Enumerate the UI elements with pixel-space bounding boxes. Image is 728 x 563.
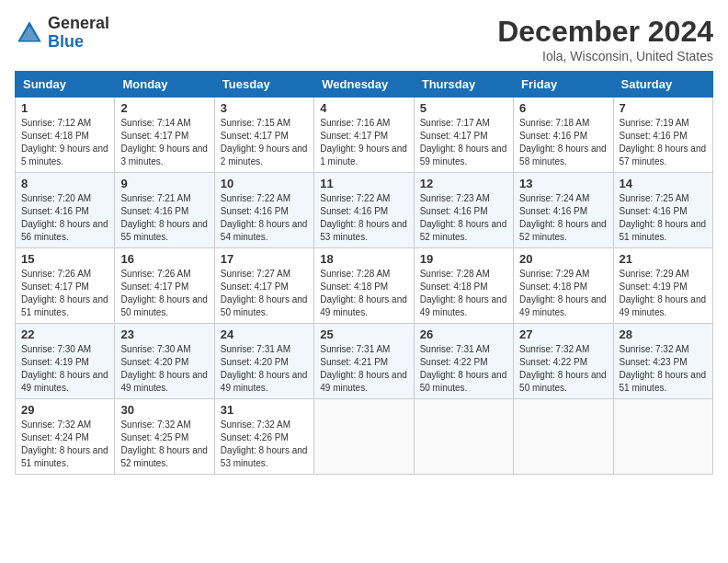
day-info: Sunrise: 7:16 AMSunset: 4:17 PMDaylight:… [320,117,407,168]
day-number: 10 [221,177,308,190]
calendar-cell: 2Sunrise: 7:14 AMSunset: 4:17 PMDaylight… [115,98,214,173]
day-number: 29 [21,403,108,417]
calendar-cell: 5Sunrise: 7:17 AMSunset: 4:17 PMDaylight… [414,98,513,173]
day-info: Sunrise: 7:29 AMSunset: 4:19 PMDaylight:… [620,268,707,319]
day-number: 8 [21,177,108,190]
day-info: Sunrise: 7:21 AMSunset: 4:16 PMDaylight:… [120,192,208,244]
calendar-cell: 18Sunrise: 7:28 AMSunset: 4:18 PMDayligh… [314,248,414,324]
day-number: 31 [221,403,308,417]
day-number: 11 [320,177,407,190]
day-number: 20 [519,252,607,266]
calendar-cell: 15Sunrise: 7:26 AMSunset: 4:17 PMDayligh… [16,248,115,324]
location-title: Iola, Wisconsin, United States [497,49,713,63]
logo-icon [15,18,44,48]
day-number: 14 [620,177,707,190]
calendar-cell: 9Sunrise: 7:21 AMSunset: 4:16 PMDaylight… [115,173,214,248]
day-number: 28 [620,327,707,341]
day-info: Sunrise: 7:20 AMSunset: 4:16 PMDaylight:… [21,192,108,244]
day-number: 27 [519,327,607,341]
day-info: Sunrise: 7:22 AMSunset: 4:16 PMDaylight:… [221,192,308,244]
day-info: Sunrise: 7:14 AMSunset: 4:17 PMDaylight:… [120,117,208,168]
day-number: 30 [120,403,208,417]
day-info: Sunrise: 7:29 AMSunset: 4:18 PMDaylight:… [519,268,607,319]
day-number: 6 [519,101,607,115]
day-number: 25 [320,327,407,341]
day-info: Sunrise: 7:26 AMSunset: 4:17 PMDaylight:… [21,268,108,319]
calendar-week-row: 22Sunrise: 7:30 AMSunset: 4:19 PMDayligh… [16,324,713,399]
day-number: 24 [221,327,308,341]
calendar-cell: 19Sunrise: 7:28 AMSunset: 4:18 PMDayligh… [414,248,513,324]
calendar-cell: 20Sunrise: 7:29 AMSunset: 4:18 PMDayligh… [514,248,613,324]
calendar-cell: 30Sunrise: 7:32 AMSunset: 4:25 PMDayligh… [115,399,214,475]
calendar-cell: 1Sunrise: 7:12 AMSunset: 4:18 PMDaylight… [16,98,115,173]
day-info: Sunrise: 7:24 AMSunset: 4:16 PMDaylight:… [519,192,607,244]
calendar-cell [613,399,712,475]
day-number: 18 [320,252,407,266]
day-info: Sunrise: 7:27 AMSunset: 4:17 PMDaylight:… [221,268,308,319]
logo: General Blue [15,15,109,52]
weekday-header-thursday: Thursday [414,72,513,98]
calendar-body: 1Sunrise: 7:12 AMSunset: 4:18 PMDaylight… [16,98,713,475]
calendar-cell: 11Sunrise: 7:22 AMSunset: 4:16 PMDayligh… [314,173,414,248]
calendar-cell: 14Sunrise: 7:25 AMSunset: 4:16 PMDayligh… [613,173,712,248]
weekday-header-saturday: Saturday [613,72,712,98]
calendar-cell: 23Sunrise: 7:30 AMSunset: 4:20 PMDayligh… [115,324,214,399]
calendar-cell: 29Sunrise: 7:32 AMSunset: 4:24 PMDayligh… [16,399,115,475]
day-number: 7 [620,101,707,115]
calendar-cell: 25Sunrise: 7:31 AMSunset: 4:21 PMDayligh… [314,324,414,399]
calendar-table: SundayMondayTuesdayWednesdayThursdayFrid… [15,71,713,475]
day-info: Sunrise: 7:12 AMSunset: 4:18 PMDaylight:… [21,117,108,168]
weekday-header-sunday: Sunday [16,72,115,98]
day-number: 16 [120,252,208,266]
day-number: 19 [420,252,507,266]
calendar-cell: 28Sunrise: 7:32 AMSunset: 4:23 PMDayligh… [613,324,712,399]
day-info: Sunrise: 7:19 AMSunset: 4:16 PMDaylight:… [620,117,707,168]
calendar-cell: 4Sunrise: 7:16 AMSunset: 4:17 PMDaylight… [314,98,414,173]
weekday-header-tuesday: Tuesday [214,72,313,98]
day-info: Sunrise: 7:18 AMSunset: 4:16 PMDaylight:… [519,117,607,168]
calendar-cell [314,399,414,475]
weekday-header-wednesday: Wednesday [314,72,414,98]
calendar-cell: 7Sunrise: 7:19 AMSunset: 4:16 PMDaylight… [613,98,712,173]
month-title: December 2024 [497,15,713,49]
day-info: Sunrise: 7:22 AMSunset: 4:16 PMDaylight:… [320,192,407,244]
logo-text: General Blue [48,15,109,52]
day-info: Sunrise: 7:31 AMSunset: 4:21 PMDaylight:… [320,343,407,395]
calendar-cell: 8Sunrise: 7:20 AMSunset: 4:16 PMDaylight… [16,173,115,248]
day-info: Sunrise: 7:26 AMSunset: 4:17 PMDaylight:… [120,268,208,319]
day-info: Sunrise: 7:32 AMSunset: 4:24 PMDaylight:… [21,419,108,470]
calendar-cell [514,399,613,475]
day-number: 21 [620,252,707,266]
day-info: Sunrise: 7:32 AMSunset: 4:22 PMDaylight:… [519,343,607,395]
day-info: Sunrise: 7:32 AMSunset: 4:23 PMDaylight:… [620,343,707,395]
header: General Blue December 2024 Iola, Wiscons… [15,15,713,63]
calendar-week-row: 15Sunrise: 7:26 AMSunset: 4:17 PMDayligh… [16,248,713,324]
weekday-header-friday: Friday [514,72,613,98]
calendar-cell: 3Sunrise: 7:15 AMSunset: 4:17 PMDaylight… [214,98,313,173]
title-area: December 2024 Iola, Wisconsin, United St… [497,15,713,63]
day-number: 22 [21,327,108,341]
calendar-cell: 24Sunrise: 7:31 AMSunset: 4:20 PMDayligh… [214,324,313,399]
day-number: 17 [221,252,308,266]
day-info: Sunrise: 7:17 AMSunset: 4:17 PMDaylight:… [420,117,507,168]
day-number: 9 [120,177,208,190]
day-info: Sunrise: 7:28 AMSunset: 4:18 PMDaylight:… [320,268,407,319]
day-info: Sunrise: 7:32 AMSunset: 4:25 PMDaylight:… [120,419,208,470]
day-info: Sunrise: 7:31 AMSunset: 4:22 PMDaylight:… [420,343,507,395]
calendar-cell: 21Sunrise: 7:29 AMSunset: 4:19 PMDayligh… [613,248,712,324]
day-number: 3 [221,101,308,115]
day-number: 4 [320,101,407,115]
day-number: 15 [21,252,108,266]
day-info: Sunrise: 7:32 AMSunset: 4:26 PMDaylight:… [221,419,308,470]
calendar-header-row: SundayMondayTuesdayWednesdayThursdayFrid… [16,72,713,98]
day-info: Sunrise: 7:25 AMSunset: 4:16 PMDaylight:… [620,192,707,244]
day-info: Sunrise: 7:31 AMSunset: 4:20 PMDaylight:… [221,343,308,395]
calendar-cell: 17Sunrise: 7:27 AMSunset: 4:17 PMDayligh… [214,248,313,324]
day-info: Sunrise: 7:30 AMSunset: 4:20 PMDaylight:… [120,343,208,395]
day-number: 1 [21,101,108,115]
calendar-cell: 26Sunrise: 7:31 AMSunset: 4:22 PMDayligh… [414,324,513,399]
day-number: 13 [519,177,607,190]
day-number: 23 [120,327,208,341]
day-info: Sunrise: 7:23 AMSunset: 4:16 PMDaylight:… [420,192,507,244]
calendar-cell: 12Sunrise: 7:23 AMSunset: 4:16 PMDayligh… [414,173,513,248]
